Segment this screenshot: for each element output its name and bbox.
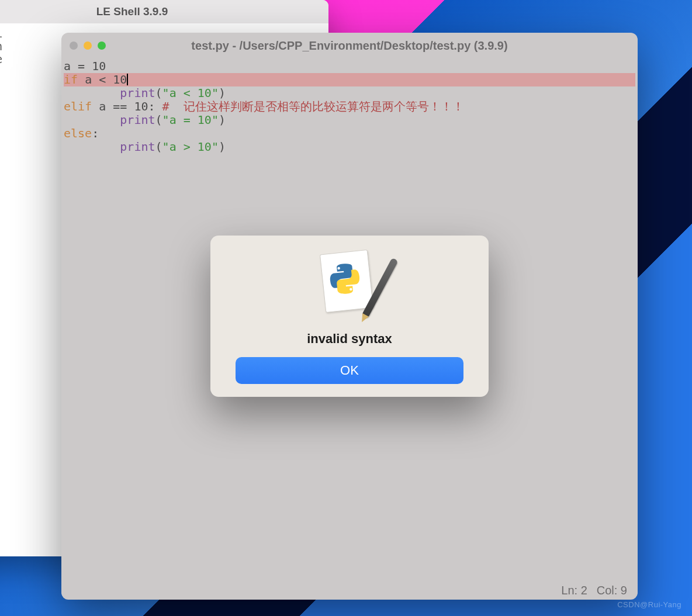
code-line: else: bbox=[64, 127, 635, 140]
code-line: print("a > 10") bbox=[64, 140, 635, 154]
editor-statusbar: Ln: 2 Col: 9 bbox=[61, 581, 638, 600]
editor-titlebar[interactable]: test.py - /Users/CPP_Environment/Desktop… bbox=[61, 33, 638, 58]
code-line-error-highlight: if a < 10 bbox=[64, 73, 635, 86]
shell-title: LE Shell 3.9.9 bbox=[0, 5, 321, 18]
code-line: print("a = 10") bbox=[64, 113, 635, 127]
watermark: CSDN@Rui-Yang bbox=[617, 600, 681, 609]
shell-line: or "lice bbox=[0, 52, 2, 66]
editor-title: test.py - /Users/CPP_Environment/Desktop… bbox=[61, 39, 638, 53]
zoom-icon[interactable] bbox=[98, 41, 106, 50]
idle-editor-window: test.py - /Users/CPP_Environment/Desktop… bbox=[61, 33, 638, 600]
traffic-lights bbox=[70, 41, 106, 50]
code-line: elif a == 10: # 记住这样判断是否相等的比较运算符是两个等号！！！ bbox=[64, 100, 635, 113]
text-caret bbox=[127, 74, 128, 85]
shell-line: v 15 2021 bbox=[0, 26, 2, 40]
desktop-background: LE Shell 3.9.9 v 15 2021 on darwin or "l… bbox=[0, 0, 692, 616]
status-col: Col: 9 bbox=[597, 584, 627, 597]
ok-button[interactable]: OK bbox=[236, 357, 463, 384]
shell-titlebar[interactable]: LE Shell 3.9.9 bbox=[0, 0, 328, 23]
idle-app-icon bbox=[314, 248, 385, 319]
status-line: Ln: 2 bbox=[561, 584, 587, 597]
python-logo-icon bbox=[327, 261, 363, 297]
code-line: print("a < 10") bbox=[64, 86, 635, 100]
close-icon[interactable] bbox=[70, 41, 78, 50]
dialog-message: invalid syntax bbox=[307, 331, 392, 347]
minimize-icon[interactable] bbox=[84, 41, 92, 50]
error-dialog: invalid syntax OK bbox=[210, 236, 489, 397]
shell-line: on darwin bbox=[0, 39, 2, 53]
code-line: a = 10 bbox=[64, 60, 635, 73]
